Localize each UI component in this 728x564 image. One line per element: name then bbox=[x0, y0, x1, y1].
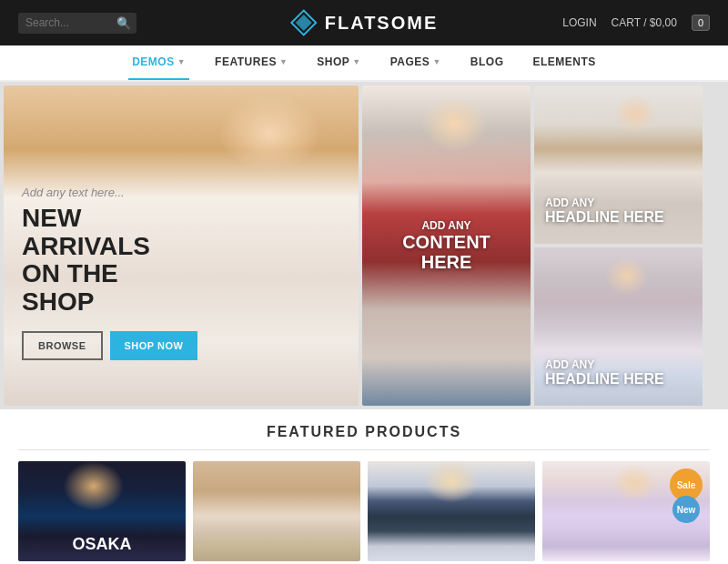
hero-middle-panel: ADD ANY CONTENT HERE bbox=[362, 86, 531, 406]
main-nav: DEMOS ▼ FEATURES ▼ SHOP ▼ PAGES ▼ BLOG E… bbox=[0, 45, 728, 82]
nav-item-features[interactable]: FEATURES ▼ bbox=[211, 45, 291, 80]
hero-rt-add-text: ADD ANY bbox=[545, 196, 664, 209]
hero-section: Add any text here... NEW ARRIVALS ON THE… bbox=[0, 82, 728, 409]
hero-middle-content-text: CONTENT HERE bbox=[402, 232, 490, 272]
featured-title: FEATURED PRODUCTS bbox=[18, 424, 710, 450]
logo-diamond-icon bbox=[290, 9, 318, 36]
hero-rt-headline-text: HEADLINE HERE bbox=[545, 209, 664, 226]
product-card-1[interactable]: OSAKA bbox=[18, 461, 186, 561]
hero-left-panel: Add any text here... NEW ARRIVALS ON THE… bbox=[4, 86, 359, 406]
hero-right-top-overlay: ADD ANY HEADLINE HERE bbox=[545, 196, 664, 226]
site-header: 🔍 FLATSOME LOGIN CART / $0,00 0 bbox=[0, 0, 728, 45]
hero-right-bottom-overlay: ADD ANY HEADLINE HERE bbox=[545, 358, 664, 388]
hero-buttons: BROWSE SHOP NOW bbox=[22, 331, 197, 360]
hero-rb-headline-text: HEADLINE HERE bbox=[545, 371, 664, 388]
nav-label-shop: SHOP bbox=[317, 55, 349, 68]
new-circle: New bbox=[672, 496, 700, 523]
hero-middle-add-text: ADD ANY bbox=[402, 219, 490, 232]
hero-left-content: Add any text here... NEW ARRIVALS ON THE… bbox=[22, 186, 197, 360]
product-osaka-label: OSAKA bbox=[72, 535, 131, 554]
nav-item-demos[interactable]: DEMOS ▼ bbox=[128, 45, 189, 80]
nav-item-blog[interactable]: BLOG bbox=[467, 45, 508, 80]
sale-badge: Sale New bbox=[670, 468, 703, 523]
hero-rb-add-text: ADD ANY bbox=[545, 358, 664, 371]
nav-label-features: FEATURES bbox=[215, 55, 277, 68]
cart-link[interactable]: CART / $0,00 bbox=[612, 16, 677, 29]
hero-middle-overlay: ADD ANY CONTENT HERE bbox=[402, 219, 490, 272]
header-right: LOGIN CART / $0,00 0 bbox=[562, 15, 710, 31]
hero-right-bottom-panel: ADD ANY HEADLINE HERE bbox=[534, 247, 703, 406]
nav-label-elements: ELEMENTS bbox=[532, 55, 595, 68]
hero-title: NEW ARRIVALS ON THE SHOP bbox=[22, 205, 197, 317]
logo-text: FLATSOME bbox=[325, 13, 439, 34]
products-grid: OSAKA Sale New bbox=[18, 461, 710, 561]
search-icon[interactable]: 🔍 bbox=[116, 16, 131, 30]
nav-label-blog: BLOG bbox=[470, 55, 504, 68]
cart-badge: 0 bbox=[692, 15, 710, 31]
hero-right-stack: ADD ANY HEADLINE HERE ADD ANY HEADLINE H… bbox=[534, 86, 703, 406]
nav-label-demos: DEMOS bbox=[132, 55, 175, 68]
nav-label-pages: PAGES bbox=[390, 55, 430, 68]
search-input[interactable] bbox=[25, 16, 116, 29]
product-card-3[interactable] bbox=[368, 461, 535, 561]
chevron-down-icon: ▼ bbox=[352, 57, 360, 66]
shopnow-button[interactable]: SHOP NOW bbox=[110, 331, 198, 360]
logo[interactable]: FLATSOME bbox=[290, 9, 439, 36]
hero-right-top-panel: ADD ANY HEADLINE HERE bbox=[534, 86, 703, 244]
chevron-down-icon: ▼ bbox=[177, 57, 186, 66]
login-link[interactable]: LOGIN bbox=[562, 16, 596, 29]
browse-button[interactable]: BROWSE bbox=[22, 331, 103, 360]
nav-item-pages[interactable]: PAGES ▼ bbox=[387, 45, 445, 80]
hero-subtext: Add any text here... bbox=[22, 186, 197, 199]
featured-section: FEATURED PRODUCTS OSAKA Sale New bbox=[0, 409, 728, 564]
nav-item-elements[interactable]: ELEMENTS bbox=[529, 45, 599, 80]
product-card-4[interactable]: Sale New bbox=[542, 461, 710, 561]
chevron-down-icon: ▼ bbox=[432, 57, 440, 66]
product-card-2[interactable] bbox=[193, 461, 360, 561]
chevron-down-icon: ▼ bbox=[279, 57, 288, 66]
search-form: 🔍 bbox=[18, 13, 136, 34]
nav-item-shop[interactable]: SHOP ▼ bbox=[313, 45, 364, 80]
